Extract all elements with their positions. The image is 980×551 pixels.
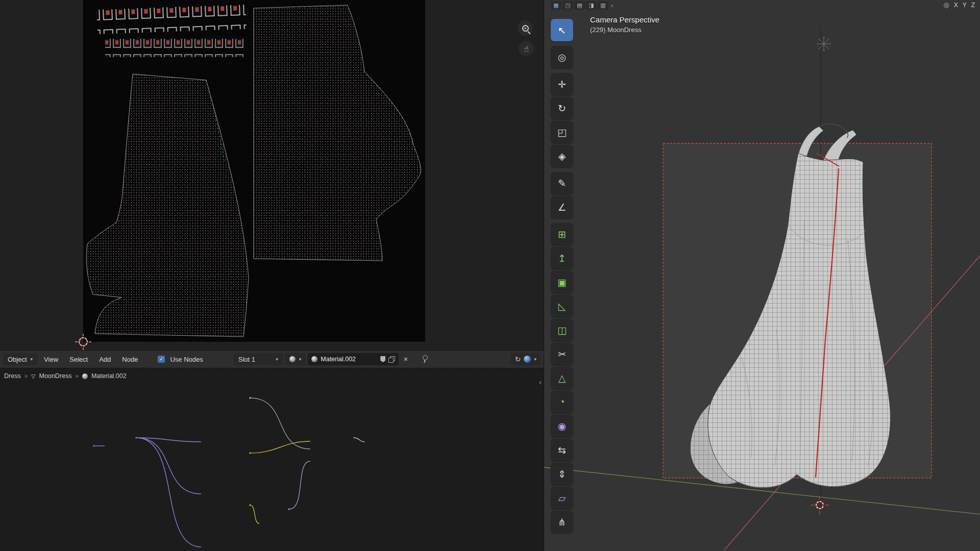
tool-poly-build[interactable]: △ — [551, 367, 573, 389]
tool-knife[interactable]: ✂ — [551, 343, 573, 365]
viewport-header-icon[interactable]: ▥ — [598, 1, 608, 10]
editor-type-icon[interactable]: ▦ — [551, 1, 561, 10]
viewport-toolbar: ↖ ◎ ✛ ↻ ◰ ◈ ✎ ∠ ⊞ ↥ ▣ ◺ ◫ ✂ △ ◔ ◉ ⇆ ⇕ ▱ — [551, 19, 573, 533]
breadcrumb-item[interactable]: Dress — [4, 372, 21, 380]
hand-icon: ☝ — [524, 44, 529, 54]
shader-editor-header: Object ▾ View Select Add Node ✓ Use Node… — [0, 350, 544, 368]
material-name: Material.002 — [321, 356, 377, 363]
menu-node[interactable]: Node — [117, 354, 142, 365]
tool-spin[interactable]: ◔ — [551, 391, 573, 413]
viewport-header-icon[interactable]: ◳ — [562, 1, 573, 10]
uv-image-editor: + ☝ — [0, 0, 544, 350]
axis-z-label[interactable]: Z — [971, 2, 975, 9]
tool-loop-cut[interactable]: ◫ — [551, 319, 573, 341]
tool-smooth[interactable]: ◉ — [551, 415, 573, 437]
active-object-label: (229) MoonDress — [590, 26, 641, 34]
header-right-group: ↻ ▾ — [511, 353, 541, 365]
slot-dropdown[interactable]: Slot 1 ▾ — [234, 353, 283, 365]
tool-rip-region[interactable]: ⋔ — [551, 511, 573, 533]
tool-extrude-region[interactable]: ↥ — [551, 247, 573, 269]
viewport-3d[interactable]: ▦ ◳ ▤ ◨ ▥ ‹ ◎ X Y Z Camera Perspective (… — [544, 0, 980, 551]
tool-move[interactable]: ✛ — [551, 73, 573, 95]
tool-rotate[interactable]: ↻ — [551, 97, 573, 119]
pan-hand-button[interactable]: ☝ — [519, 41, 534, 56]
tool-select-box[interactable]: ↖ — [551, 19, 573, 41]
preview-sphere-icon[interactable] — [524, 356, 531, 363]
unlink-material-button[interactable]: ✕ — [401, 354, 410, 365]
tool-inset-faces[interactable]: ▣ — [551, 271, 573, 293]
viewport-header-icon[interactable]: ▤ — [574, 1, 585, 10]
menu-select[interactable]: Select — [65, 354, 92, 365]
fake-user-shield-icon[interactable] — [380, 356, 385, 362]
material-sphere-icon — [82, 373, 88, 379]
material-sphere-icon — [289, 356, 296, 362]
viewport-header-icon[interactable]: ◨ — [586, 1, 597, 10]
header-collapse-arrow[interactable]: ‹ — [611, 2, 613, 9]
sidebar-collapse-arrow[interactable]: ‹ — [539, 378, 542, 386]
chevron-down-icon[interactable]: ▾ — [534, 357, 536, 362]
axis-y-label[interactable]: Y — [963, 2, 967, 9]
use-nodes-label: Use Nodes — [170, 356, 203, 363]
viewport-header-icons: ▦ ◳ ▤ ◨ ▥ ‹ — [551, 1, 613, 10]
tool-transform[interactable]: ◈ — [551, 145, 573, 167]
tool-shrink-fatten[interactable]: ⇕ — [551, 463, 573, 485]
chevron-down-icon: ▾ — [299, 357, 302, 362]
material-browse-dropdown[interactable]: ▾ — [285, 353, 306, 365]
shader-type-dropdown[interactable]: Object ▾ — [3, 353, 37, 365]
tool-scale[interactable]: ◰ — [551, 121, 573, 143]
breadcrumb: Dress > ▽ MoonDress > Material.002 — [4, 372, 127, 380]
mesh-data-icon: ▽ — [31, 373, 35, 380]
tool-cursor[interactable]: ◎ — [551, 46, 573, 68]
tool-bevel[interactable]: ◺ — [551, 295, 573, 317]
material-name-field[interactable]: Material.002 — [308, 353, 399, 365]
light-gizmo — [817, 37, 831, 51]
tool-measure[interactable]: ∠ — [551, 196, 573, 218]
chevron-down-icon: ▾ — [276, 357, 278, 362]
zoom-button[interactable]: + — [518, 20, 533, 36]
axis-x-label[interactable]: X — [954, 2, 958, 9]
gizmo-icon: ◎ — [943, 1, 949, 9]
magnifier-icon: + — [522, 25, 529, 32]
duplicate-material-icon[interactable] — [388, 356, 395, 363]
chevron-down-icon: ▾ — [31, 357, 33, 362]
view-name-label: Camera Perspective — [590, 15, 659, 24]
axis-gizmo[interactable]: ◎ X Y Z — [943, 1, 975, 9]
tool-add-cube[interactable]: ⊞ — [551, 223, 573, 245]
breadcrumb-separator: > — [24, 373, 28, 379]
tool-edge-slide[interactable]: ⇆ — [551, 439, 573, 461]
material-sphere-icon — [311, 356, 317, 362]
shader-node-editor[interactable]: Dress > ▽ MoonDress > Material.002 ‹ T — [0, 368, 544, 551]
shader-type-value: Object — [8, 356, 27, 363]
menu-add[interactable]: Add — [94, 354, 115, 365]
pin-icon[interactable] — [422, 355, 428, 363]
tool-shear[interactable]: ▱ — [551, 487, 573, 509]
breadcrumb-item[interactable]: Material.002 — [91, 372, 127, 380]
refresh-icon[interactable]: ↻ — [515, 355, 521, 363]
use-nodes-checkbox[interactable]: ✓ — [158, 356, 165, 363]
breadcrumb-item[interactable]: MoonDress — [39, 372, 72, 380]
slot-value: Slot 1 — [238, 356, 255, 363]
uv-canvas[interactable] — [0, 0, 544, 350]
tool-annotate[interactable]: ✎ — [551, 172, 573, 194]
menu-view[interactable]: View — [39, 354, 63, 365]
breadcrumb-separator: > — [75, 373, 78, 379]
